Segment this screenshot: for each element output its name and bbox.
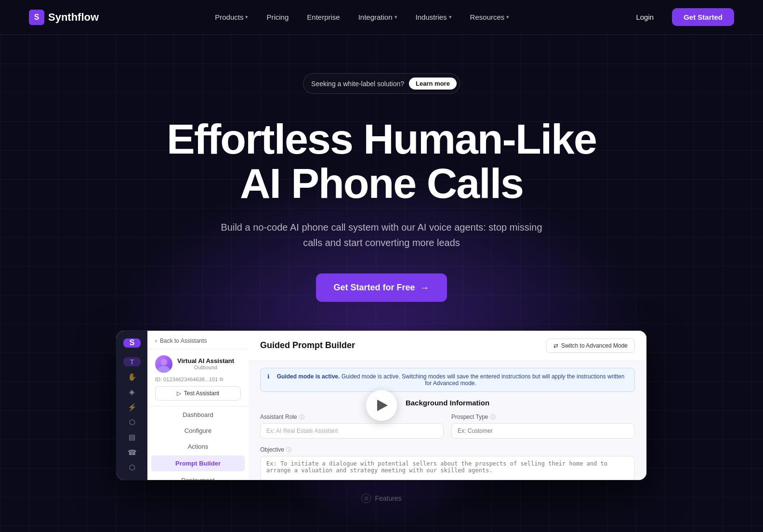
nav-enterprise[interactable]: Enterprise: [299, 9, 347, 25]
app-preview-wrapper: S T ✋ ◈ ⚡ ⬡ ▤ ☎ ⬡ ‹ Back to Assistants: [19, 331, 744, 480]
sidebar-icon-phone[interactable]: ☎: [123, 448, 141, 457]
sidebar-logo: S: [123, 338, 141, 348]
navbar: S Synthflow Products ▾ Pricing Enterpris…: [0, 0, 763, 35]
copy-icon[interactable]: ⧉: [220, 376, 223, 382]
assistant-role-select[interactable]: Ex: AI Real Estate Assistant: [260, 423, 444, 439]
assistant-role-label: Assistant Role ⓘ: [260, 414, 444, 421]
info-icon: ⓘ: [299, 414, 304, 421]
nav-products[interactable]: Products ▾: [207, 9, 256, 25]
sidebar-icon-diamond[interactable]: ◈: [123, 388, 141, 397]
circle-icon: ◎: [361, 493, 371, 503]
chevron-down-icon: ▾: [245, 14, 248, 20]
assistant-role-field: Assistant Role ⓘ Ex: AI Real Estate Assi…: [260, 414, 444, 439]
app-left-panel: ‹ Back to Assistants: [147, 331, 249, 480]
nav-prompt-builder[interactable]: Prompt Builder: [151, 455, 245, 471]
hero-badge: Seeking a white-label solution? Learn mo…: [303, 73, 460, 94]
info-icon: ⓘ: [490, 414, 496, 421]
sidebar-icon-hand[interactable]: ✋: [123, 372, 141, 381]
objective-textarea[interactable]: [260, 456, 635, 480]
cta-label: Get Started for Free: [333, 283, 415, 293]
nav-right: Login Get Started: [625, 8, 734, 26]
form-grid: Assistant Role ⓘ Ex: AI Real Estate Assi…: [260, 414, 635, 480]
login-button[interactable]: Login: [625, 9, 664, 26]
logo-icon: S: [29, 10, 44, 25]
assistant-row: Virtual AI Assistant Outbound: [155, 355, 241, 373]
play-button[interactable]: [366, 390, 397, 421]
assistant-id: ID: 01234623464638...101 ⧉: [155, 376, 241, 382]
main-panel-header: Guided Prompt Builder ⇄ Switch to Advanc…: [249, 331, 646, 361]
info-icon: ℹ: [267, 373, 270, 380]
play-overlay: [366, 390, 397, 421]
play-icon: ▷: [177, 390, 181, 397]
assistant-info: Virtual AI Assistant Outbound ID: 012346…: [147, 350, 249, 407]
main-panel-title: Guided Prompt Builder: [260, 340, 355, 350]
badge-text: Seeking a white-label solution?: [311, 80, 404, 88]
app-sidebar: S T ✋ ◈ ⚡ ⬡ ▤ ☎ ⬡: [117, 331, 147, 480]
avatar: [155, 355, 172, 373]
back-to-assistants[interactable]: ‹ Back to Assistants: [147, 331, 249, 350]
info-icon: ⓘ: [286, 446, 291, 454]
prospect-type-label: Prospect Type ⓘ: [451, 414, 635, 421]
svg-point-0: [160, 359, 167, 365]
back-arrow-icon: ‹: [155, 337, 157, 344]
get-started-nav-button[interactable]: Get Started: [672, 8, 734, 26]
prospect-type-input[interactable]: [451, 423, 635, 439]
info-banner: ℹ Guided mode is active. Guided mode is …: [260, 368, 635, 392]
info-banner-text: Guided mode is active. Guided mode is ac…: [274, 373, 628, 387]
chevron-down-icon: ▾: [395, 14, 397, 20]
hero-subtitle: Build a no-code AI phone call system wit…: [218, 220, 545, 250]
nav-links: Products ▾ Pricing Enterprise Integratio…: [207, 9, 517, 25]
hero-title-line1: Effortless Human-Like: [19, 117, 744, 161]
app-preview: S T ✋ ◈ ⚡ ⬡ ▤ ☎ ⬡ ‹ Back to Assistants: [117, 331, 646, 480]
test-assistant-button[interactable]: ▷ Test Assistant: [155, 386, 241, 401]
section-background-info: Background Information: [260, 399, 635, 407]
prospect-type-field: Prospect Type ⓘ: [451, 414, 635, 439]
main-panel-body: ℹ Guided mode is active. Guided mode is …: [249, 368, 646, 480]
sidebar-icon-hex[interactable]: ⬡: [123, 417, 141, 427]
nav-dashboard[interactable]: Dashboard: [147, 407, 249, 423]
nav-industries[interactable]: Industries ▾: [408, 9, 460, 25]
arrow-icon: →: [420, 282, 430, 293]
nav-resources[interactable]: Resources ▾: [462, 9, 517, 25]
switch-mode-button[interactable]: ⇄ Switch to Advanced Mode: [546, 338, 635, 353]
hero-title: Effortless Human-Like AI Phone Calls: [19, 117, 744, 206]
nav-pricing[interactable]: Pricing: [259, 9, 296, 25]
hero-section: Seeking a white-label solution? Learn mo…: [0, 35, 763, 532]
chevron-down-icon: ▾: [449, 14, 452, 20]
brand-logo[interactable]: S Synthflow: [29, 10, 99, 25]
app-main-panel: Guided Prompt Builder ⇄ Switch to Advanc…: [249, 331, 646, 480]
assistant-details: Virtual AI Assistant Outbound: [177, 357, 234, 370]
nav-actions[interactable]: Actions: [147, 439, 249, 454]
brand-name: Synthflow: [48, 11, 99, 24]
objective-label: Objective ⓘ: [260, 446, 635, 454]
objective-field: Objective ⓘ: [260, 446, 635, 480]
sidebar-icon-text[interactable]: T: [123, 357, 141, 366]
hero-title-line2: AI Phone Calls: [19, 161, 744, 206]
svg-point-1: [158, 366, 170, 373]
nav-integration[interactable]: Integration ▾: [351, 9, 405, 25]
sidebar-icon-hex2[interactable]: ⬡: [123, 463, 141, 472]
switch-icon: ⇄: [553, 342, 558, 349]
learn-more-button[interactable]: Learn more: [409, 78, 457, 90]
play-triangle-icon: [377, 400, 388, 411]
cta-button[interactable]: Get Started for Free →: [316, 273, 447, 302]
sidebar-icon-grid[interactable]: ▤: [123, 433, 141, 442]
sidebar-icon-lightning[interactable]: ⚡: [123, 402, 141, 412]
features-hint: ◎ Features: [19, 480, 744, 513]
nav-configure[interactable]: Configure: [147, 423, 249, 439]
chevron-down-icon: ▾: [506, 14, 509, 20]
nav-deployment[interactable]: Deployment: [147, 472, 249, 480]
